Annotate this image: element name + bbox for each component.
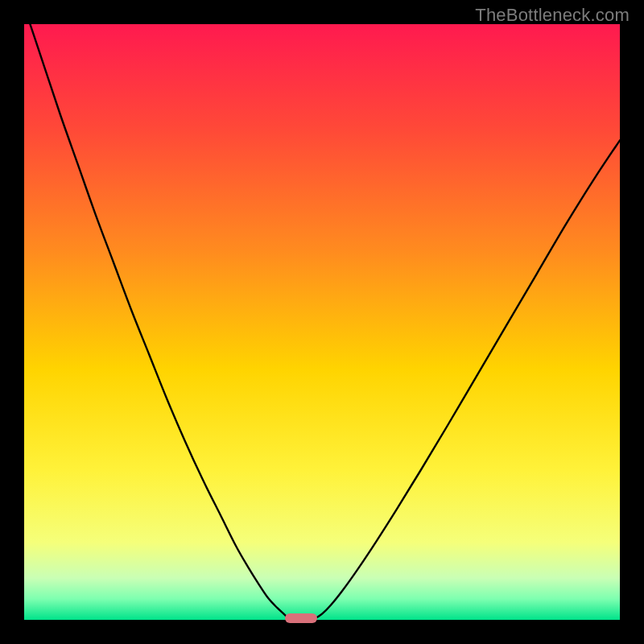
chart-frame: TheBottleneck.com	[0, 0, 644, 644]
watermark-text: TheBottleneck.com	[475, 5, 630, 26]
bottleneck-plot	[24, 24, 620, 620]
min-marker	[285, 613, 317, 623]
plot-background	[24, 24, 620, 620]
